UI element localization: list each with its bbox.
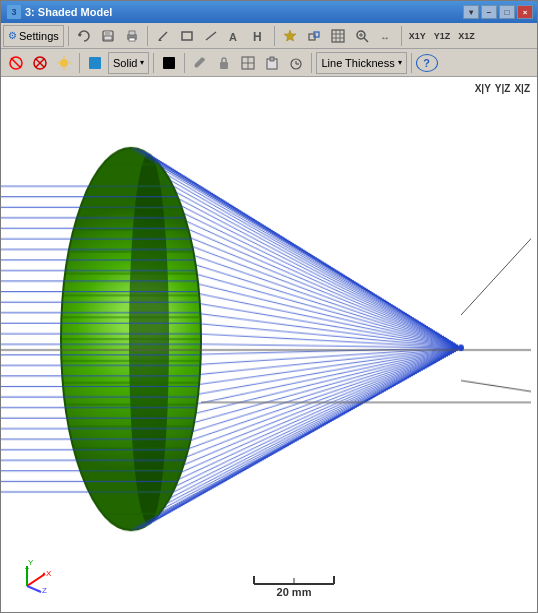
save-button[interactable] xyxy=(97,25,119,47)
grid-icon xyxy=(331,29,345,43)
sep4 xyxy=(401,26,402,46)
solid-dropdown[interactable]: Solid ▾ xyxy=(108,52,149,74)
zoom-button[interactable] xyxy=(351,25,373,47)
solid-label: Solid xyxy=(113,57,137,69)
transform-button[interactable] xyxy=(303,25,325,47)
svg-marker-13 xyxy=(284,30,296,41)
stop-icon xyxy=(32,55,48,71)
xz-axis-label[interactable]: X|Z xyxy=(513,83,531,94)
color-swatch-icon xyxy=(88,56,102,70)
rect-icon xyxy=(180,29,194,43)
sep9 xyxy=(411,53,412,73)
svg-rect-44 xyxy=(270,57,274,61)
svg-line-7 xyxy=(159,32,167,40)
sep7 xyxy=(184,53,185,73)
xz-view-button[interactable]: X1Z xyxy=(455,25,478,47)
timer-button[interactable] xyxy=(285,52,307,74)
wrench-button[interactable] xyxy=(189,52,211,74)
star-button[interactable] xyxy=(279,25,301,47)
zoom-icon xyxy=(355,29,369,43)
svg-line-54 xyxy=(27,586,41,592)
svg-text:↔: ↔ xyxy=(380,32,390,43)
xy-axis-label[interactable]: X|Y xyxy=(474,83,492,94)
3d-canvas[interactable] xyxy=(1,77,537,612)
rect-button[interactable] xyxy=(176,25,198,47)
yz-axis-label[interactable]: Y|Z xyxy=(494,83,512,94)
scale-label: 20 mm xyxy=(277,586,312,598)
svg-rect-37 xyxy=(89,57,101,69)
line-thickness-dropdown[interactable]: Line Thickness ▾ xyxy=(316,52,406,74)
svg-rect-39 xyxy=(220,62,228,69)
refresh-button[interactable] xyxy=(73,25,95,47)
clipboard-button[interactable] xyxy=(261,52,283,74)
title-bar: 3 3: Shaded Model ▾ − □ × xyxy=(1,1,537,23)
line-thickness-label: Line Thickness xyxy=(321,57,394,69)
line-button[interactable] xyxy=(200,25,222,47)
grid2-button[interactable] xyxy=(237,52,259,74)
window-icon-text: 3 xyxy=(11,7,16,17)
refresh-icon xyxy=(77,29,91,43)
help-button[interactable]: ? xyxy=(416,54,438,72)
svg-line-10 xyxy=(206,32,216,40)
sep6 xyxy=(153,53,154,73)
color-box-icon xyxy=(162,56,176,70)
pencil-button[interactable] xyxy=(152,25,174,47)
title-bar-buttons: ▾ − □ × xyxy=(463,5,533,19)
text-icon: A xyxy=(228,29,242,43)
wrench-icon xyxy=(193,56,207,70)
hatch-button[interactable]: H xyxy=(248,25,270,47)
yz-view-button[interactable]: Y1Z xyxy=(431,25,454,47)
svg-text:Y: Y xyxy=(28,558,34,567)
svg-rect-3 xyxy=(104,36,112,40)
scale-bar-graphic xyxy=(249,572,339,586)
help-icon: ? xyxy=(423,57,430,69)
star-icon xyxy=(282,28,298,44)
light-button[interactable] xyxy=(53,52,75,74)
svg-point-32 xyxy=(60,59,68,67)
svg-rect-6 xyxy=(129,38,135,41)
save-icon xyxy=(101,29,115,43)
sep8 xyxy=(311,53,312,73)
transform-icon xyxy=(307,29,321,43)
svg-marker-8 xyxy=(158,39,162,41)
settings-button[interactable]: ⚙ Settings xyxy=(3,25,64,47)
viewport[interactable]: X|Y Y|Z X|Z X Y Z 20 xyxy=(1,77,537,612)
text-button[interactable]: A xyxy=(224,25,246,47)
svg-rect-2 xyxy=(105,31,110,35)
pencil-icon xyxy=(156,29,170,43)
lock-button[interactable] xyxy=(213,52,235,74)
minimize-button[interactable]: − xyxy=(481,5,497,19)
svg-text:A: A xyxy=(229,31,237,43)
light-icon xyxy=(56,55,72,71)
color-box-button[interactable] xyxy=(158,52,180,74)
maximize-button[interactable]: □ xyxy=(499,5,515,19)
window-title: 3: Shaded Model xyxy=(25,6,112,18)
sep3 xyxy=(274,26,275,46)
main-window: 3 3: Shaded Model ▾ − □ × ⚙ Settings xyxy=(0,0,538,613)
grid-button[interactable] xyxy=(327,25,349,47)
xy-view-button[interactable]: X1Y xyxy=(406,25,429,47)
grid2-icon xyxy=(241,56,255,70)
svg-text:H: H xyxy=(253,30,262,43)
xz-view-label: X1Z xyxy=(458,31,475,41)
no-render-icon xyxy=(8,55,24,71)
pan-button[interactable]: ↔ xyxy=(375,25,397,47)
stop-button[interactable] xyxy=(29,52,51,74)
yz-view-label: Y1Z xyxy=(434,31,451,41)
window-icon: 3 xyxy=(7,5,21,19)
svg-rect-38 xyxy=(163,57,175,69)
settings-label: Settings xyxy=(19,30,59,42)
axis-indicator: X Y Z xyxy=(19,554,59,594)
svg-line-28 xyxy=(11,58,21,68)
hatch-icon: H xyxy=(252,29,266,43)
print-button[interactable] xyxy=(121,25,143,47)
xy-view-label: X1Y xyxy=(409,31,426,41)
axis-labels: X|Y Y|Z X|Z xyxy=(474,83,531,94)
no-render-button[interactable] xyxy=(5,52,27,74)
solid-color-swatch[interactable] xyxy=(84,52,106,74)
solid-dropdown-arrow: ▾ xyxy=(140,58,144,67)
clipboard-icon xyxy=(265,56,279,70)
close-button[interactable]: × xyxy=(517,5,533,19)
menu-button[interactable]: ▾ xyxy=(463,5,479,19)
toolbar1: ⚙ Settings A H xyxy=(1,23,537,49)
